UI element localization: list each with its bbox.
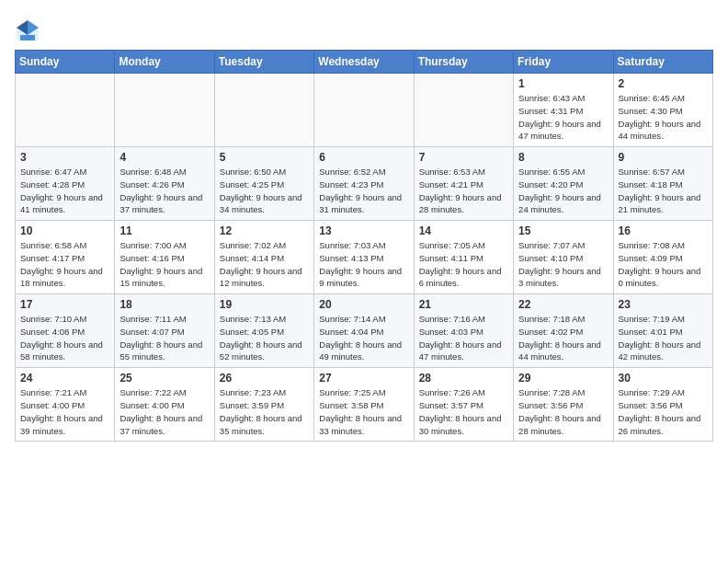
calendar-cell: 1Sunrise: 6:43 AM Sunset: 4:31 PM Daylig… bbox=[514, 74, 613, 147]
calendar-cell: 14Sunrise: 7:05 AM Sunset: 4:11 PM Dayli… bbox=[414, 221, 513, 294]
week-row-5: 24Sunrise: 7:21 AM Sunset: 4:00 PM Dayli… bbox=[16, 368, 713, 442]
calendar-cell: 30Sunrise: 7:29 AM Sunset: 3:56 PM Dayli… bbox=[613, 368, 712, 442]
weekday-header-wednesday: Wednesday bbox=[314, 51, 414, 74]
calendar-cell bbox=[115, 74, 214, 147]
day-info: Sunrise: 6:50 AM Sunset: 4:25 PM Dayligh… bbox=[220, 166, 309, 216]
day-number: 30 bbox=[619, 372, 708, 385]
calendar-cell: 7Sunrise: 6:53 AM Sunset: 4:21 PM Daylig… bbox=[414, 147, 513, 221]
calendar-cell: 23Sunrise: 7:19 AM Sunset: 4:01 PM Dayli… bbox=[613, 294, 712, 368]
weekday-header-monday: Monday bbox=[115, 51, 214, 74]
week-row-1: 1Sunrise: 6:43 AM Sunset: 4:31 PM Daylig… bbox=[16, 74, 713, 147]
day-number: 8 bbox=[518, 151, 608, 164]
calendar-cell: 2Sunrise: 6:45 AM Sunset: 4:30 PM Daylig… bbox=[613, 74, 712, 147]
day-number: 2 bbox=[619, 77, 708, 90]
page: SundayMondayTuesdayWednesdayThursdayFrid… bbox=[0, 0, 728, 451]
calendar-cell: 12Sunrise: 7:02 AM Sunset: 4:14 PM Dayli… bbox=[214, 221, 313, 294]
day-info: Sunrise: 7:26 AM Sunset: 3:57 PM Dayligh… bbox=[419, 386, 508, 437]
logo-icon bbox=[15, 18, 40, 44]
svg-rect-3 bbox=[20, 35, 35, 40]
day-info: Sunrise: 6:55 AM Sunset: 4:20 PM Dayligh… bbox=[518, 166, 608, 216]
weekday-header-thursday: Thursday bbox=[414, 51, 513, 74]
calendar-cell: 11Sunrise: 7:00 AM Sunset: 4:16 PM Dayli… bbox=[115, 221, 214, 294]
weekday-header-tuesday: Tuesday bbox=[214, 51, 313, 74]
day-number: 19 bbox=[220, 298, 309, 311]
day-number: 13 bbox=[319, 224, 408, 237]
weekday-header-row: SundayMondayTuesdayWednesdayThursdayFrid… bbox=[16, 51, 713, 74]
calendar-cell: 5Sunrise: 6:50 AM Sunset: 4:25 PM Daylig… bbox=[214, 147, 313, 221]
day-info: Sunrise: 7:10 AM Sunset: 4:08 PM Dayligh… bbox=[20, 313, 109, 363]
day-info: Sunrise: 7:23 AM Sunset: 3:59 PM Dayligh… bbox=[220, 386, 309, 437]
calendar-cell: 3Sunrise: 6:47 AM Sunset: 4:28 PM Daylig… bbox=[16, 147, 115, 221]
calendar-cell: 9Sunrise: 6:57 AM Sunset: 4:18 PM Daylig… bbox=[613, 147, 712, 221]
calendar-cell: 19Sunrise: 7:13 AM Sunset: 4:05 PM Dayli… bbox=[214, 294, 313, 368]
day-info: Sunrise: 7:08 AM Sunset: 4:09 PM Dayligh… bbox=[619, 239, 708, 290]
day-info: Sunrise: 6:48 AM Sunset: 4:26 PM Dayligh… bbox=[119, 166, 209, 216]
day-number: 25 bbox=[119, 372, 209, 385]
week-row-3: 10Sunrise: 6:58 AM Sunset: 4:17 PM Dayli… bbox=[16, 221, 713, 294]
day-number: 6 bbox=[319, 151, 408, 164]
calendar-cell: 17Sunrise: 7:10 AM Sunset: 4:08 PM Dayli… bbox=[16, 294, 115, 368]
calendar-cell: 28Sunrise: 7:26 AM Sunset: 3:57 PM Dayli… bbox=[414, 368, 513, 442]
week-row-4: 17Sunrise: 7:10 AM Sunset: 4:08 PM Dayli… bbox=[16, 294, 713, 368]
day-number: 9 bbox=[619, 151, 708, 164]
day-number: 12 bbox=[220, 224, 309, 237]
day-info: Sunrise: 7:25 AM Sunset: 3:58 PM Dayligh… bbox=[319, 386, 408, 437]
calendar-cell: 27Sunrise: 7:25 AM Sunset: 3:58 PM Dayli… bbox=[314, 368, 414, 442]
day-info: Sunrise: 7:11 AM Sunset: 4:07 PM Dayligh… bbox=[119, 313, 209, 363]
calendar-cell: 15Sunrise: 7:07 AM Sunset: 4:10 PM Dayli… bbox=[514, 221, 613, 294]
calendar-cell: 4Sunrise: 6:48 AM Sunset: 4:26 PM Daylig… bbox=[115, 147, 214, 221]
calendar-cell bbox=[414, 74, 513, 147]
day-info: Sunrise: 6:52 AM Sunset: 4:23 PM Dayligh… bbox=[319, 166, 408, 216]
day-info: Sunrise: 6:53 AM Sunset: 4:21 PM Dayligh… bbox=[419, 166, 508, 216]
day-info: Sunrise: 7:14 AM Sunset: 4:04 PM Dayligh… bbox=[319, 313, 408, 363]
day-info: Sunrise: 6:43 AM Sunset: 4:31 PM Dayligh… bbox=[518, 92, 608, 143]
calendar-cell: 24Sunrise: 7:21 AM Sunset: 4:00 PM Dayli… bbox=[16, 368, 115, 442]
day-info: Sunrise: 7:18 AM Sunset: 4:02 PM Dayligh… bbox=[518, 313, 608, 363]
day-info: Sunrise: 6:45 AM Sunset: 4:30 PM Dayligh… bbox=[619, 92, 708, 143]
calendar: SundayMondayTuesdayWednesdayThursdayFrid… bbox=[15, 50, 713, 442]
day-info: Sunrise: 7:05 AM Sunset: 4:11 PM Dayligh… bbox=[419, 239, 508, 290]
day-number: 1 bbox=[518, 77, 608, 90]
day-info: Sunrise: 7:22 AM Sunset: 4:00 PM Dayligh… bbox=[119, 386, 209, 437]
calendar-cell: 6Sunrise: 6:52 AM Sunset: 4:23 PM Daylig… bbox=[314, 147, 414, 221]
calendar-cell bbox=[16, 74, 115, 147]
calendar-cell: 13Sunrise: 7:03 AM Sunset: 4:13 PM Dayli… bbox=[314, 221, 414, 294]
day-number: 15 bbox=[518, 224, 608, 237]
day-info: Sunrise: 7:16 AM Sunset: 4:03 PM Dayligh… bbox=[419, 313, 508, 363]
day-number: 21 bbox=[419, 298, 508, 311]
day-number: 28 bbox=[419, 372, 508, 385]
calendar-cell: 21Sunrise: 7:16 AM Sunset: 4:03 PM Dayli… bbox=[414, 294, 513, 368]
day-info: Sunrise: 7:13 AM Sunset: 4:05 PM Dayligh… bbox=[220, 313, 309, 363]
day-number: 16 bbox=[619, 224, 708, 237]
day-info: Sunrise: 7:21 AM Sunset: 4:00 PM Dayligh… bbox=[20, 386, 109, 437]
calendar-cell: 8Sunrise: 6:55 AM Sunset: 4:20 PM Daylig… bbox=[514, 147, 613, 221]
day-info: Sunrise: 7:03 AM Sunset: 4:13 PM Dayligh… bbox=[319, 239, 408, 290]
day-info: Sunrise: 6:47 AM Sunset: 4:28 PM Dayligh… bbox=[20, 166, 109, 216]
day-info: Sunrise: 7:02 AM Sunset: 4:14 PM Dayligh… bbox=[220, 239, 309, 290]
day-number: 4 bbox=[119, 151, 209, 164]
calendar-cell: 10Sunrise: 6:58 AM Sunset: 4:17 PM Dayli… bbox=[16, 221, 115, 294]
day-number: 18 bbox=[119, 298, 209, 311]
day-info: Sunrise: 7:00 AM Sunset: 4:16 PM Dayligh… bbox=[119, 239, 209, 290]
calendar-cell: 25Sunrise: 7:22 AM Sunset: 4:00 PM Dayli… bbox=[115, 368, 214, 442]
calendar-cell bbox=[214, 74, 313, 147]
day-number: 20 bbox=[319, 298, 408, 311]
day-number: 27 bbox=[319, 372, 408, 385]
calendar-cell: 22Sunrise: 7:18 AM Sunset: 4:02 PM Dayli… bbox=[514, 294, 613, 368]
day-number: 24 bbox=[20, 372, 109, 385]
day-number: 10 bbox=[20, 224, 109, 237]
day-number: 22 bbox=[518, 298, 608, 311]
header bbox=[15, 15, 713, 44]
day-number: 17 bbox=[20, 298, 109, 311]
day-number: 7 bbox=[419, 151, 508, 164]
calendar-cell: 26Sunrise: 7:23 AM Sunset: 3:59 PM Dayli… bbox=[214, 368, 313, 442]
day-number: 23 bbox=[619, 298, 708, 311]
day-number: 26 bbox=[220, 372, 309, 385]
day-info: Sunrise: 7:29 AM Sunset: 3:56 PM Dayligh… bbox=[619, 386, 708, 437]
day-info: Sunrise: 6:58 AM Sunset: 4:17 PM Dayligh… bbox=[20, 239, 109, 290]
weekday-header-friday: Friday bbox=[514, 51, 613, 74]
day-number: 14 bbox=[419, 224, 508, 237]
day-number: 29 bbox=[518, 372, 608, 385]
weekday-header-sunday: Sunday bbox=[16, 51, 115, 74]
day-info: Sunrise: 7:19 AM Sunset: 4:01 PM Dayligh… bbox=[619, 313, 708, 363]
